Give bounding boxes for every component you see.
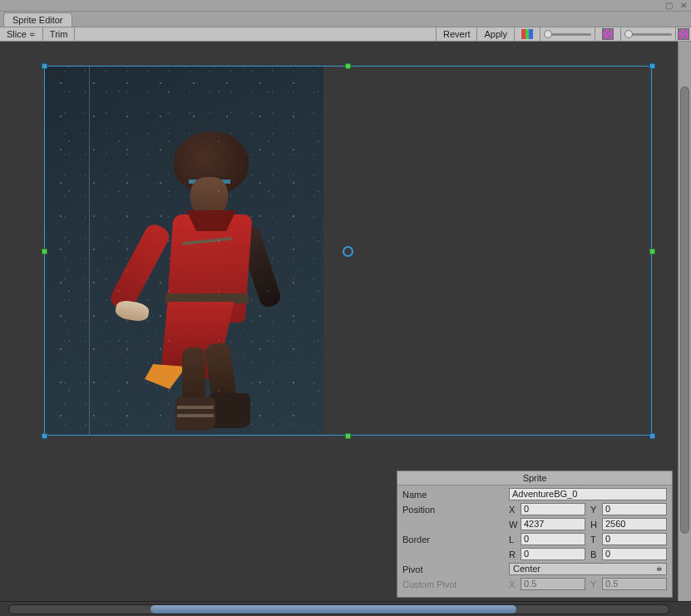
apply-label: Apply	[484, 29, 507, 39]
handle-bottom-left[interactable]	[42, 433, 47, 439]
revert-button[interactable]: Revert	[436, 27, 476, 41]
w-label: W	[509, 520, 521, 530]
x-label: X	[509, 505, 521, 515]
maximize-icon[interactable]: ▢	[664, 1, 674, 10]
trim-label: Trim	[50, 29, 68, 39]
border-b-field[interactable]: 0	[602, 548, 667, 560]
vscroll-thumb[interactable]	[680, 86, 689, 534]
pos-y-field[interactable]: 0	[602, 503, 667, 515]
zoom-slider[interactable]	[620, 27, 675, 41]
pos-x-field[interactable]: 0	[521, 503, 585, 515]
pivot-value: Center	[513, 564, 540, 574]
border-l-field[interactable]: 0	[521, 533, 585, 545]
revert-label: Revert	[443, 29, 470, 39]
character-illustration	[116, 131, 299, 435]
name-label: Name	[402, 490, 509, 500]
mip-toggle[interactable]	[675, 27, 691, 41]
l-label: L	[509, 535, 521, 545]
trim-button[interactable]: Trim	[43, 27, 76, 41]
h-label: H	[590, 520, 602, 530]
sprite-texture	[44, 67, 323, 436]
border-guide-left[interactable]	[89, 67, 90, 436]
handle-top-mid[interactable]	[345, 63, 351, 69]
custom-pivot-x-field: 0.5	[521, 578, 585, 590]
checker-icon	[602, 28, 614, 40]
rgb-toggle[interactable]	[514, 27, 540, 41]
pivot-dropdown[interactable]: Center	[509, 563, 667, 575]
window-controls: ▢ ✕	[0, 0, 691, 12]
pos-w-field[interactable]: 4237	[521, 518, 585, 530]
alpha-checker-toggle[interactable]	[595, 27, 620, 41]
t-label: T	[590, 535, 602, 545]
cpx-label: X	[509, 579, 521, 589]
name-field[interactable]: AdventureBG_0	[509, 488, 667, 500]
sprite-inspector: Sprite Name AdventureBG_0 Position X 0 Y…	[397, 471, 673, 598]
border-label: Border	[402, 535, 509, 545]
cpy-label: Y	[590, 579, 602, 589]
handle-right-mid[interactable]	[649, 249, 655, 254]
tab-sprite-editor[interactable]: Sprite Editor	[3, 12, 72, 27]
handle-top-right[interactable]	[649, 63, 655, 69]
b-label: B	[590, 549, 602, 559]
handle-top-left[interactable]	[42, 63, 47, 69]
y-label: Y	[590, 505, 602, 515]
handle-bottom-mid[interactable]	[345, 433, 351, 439]
pivot-label: Pivot	[402, 564, 509, 574]
slice-label: Slice	[7, 29, 27, 39]
r-label: R	[509, 549, 521, 559]
handle-left-mid[interactable]	[42, 249, 47, 254]
toolbar: Slice Trim Revert Apply	[0, 27, 691, 42]
apply-button[interactable]: Apply	[476, 27, 514, 41]
handle-bottom-right[interactable]	[649, 433, 655, 439]
tab-bar: Sprite Editor	[0, 12, 691, 27]
pos-h-field[interactable]: 2560	[602, 518, 667, 530]
slice-dropdown[interactable]: Slice	[0, 27, 43, 41]
border-t-field[interactable]: 0	[602, 533, 667, 545]
custom-pivot-label: Custom Pivot	[402, 579, 509, 589]
close-icon[interactable]: ✕	[679, 1, 688, 10]
rgb-icon	[521, 29, 533, 39]
alpha-slider[interactable]	[540, 27, 595, 41]
vertical-scrollbar[interactable]	[678, 42, 691, 601]
pivot-handle[interactable]	[343, 246, 353, 257]
border-r-field[interactable]: 0	[521, 548, 585, 560]
horizontal-scrollbar[interactable]	[0, 601, 691, 616]
hscroll-thumb[interactable]	[151, 605, 516, 614]
checker-icon	[678, 28, 689, 40]
inspector-title: Sprite	[397, 471, 672, 485]
position-label: Position	[402, 505, 509, 515]
custom-pivot-y-field: 0.5	[602, 578, 667, 590]
canvas[interactable]: Sprite Name AdventureBG_0 Position X 0 Y…	[0, 42, 691, 601]
